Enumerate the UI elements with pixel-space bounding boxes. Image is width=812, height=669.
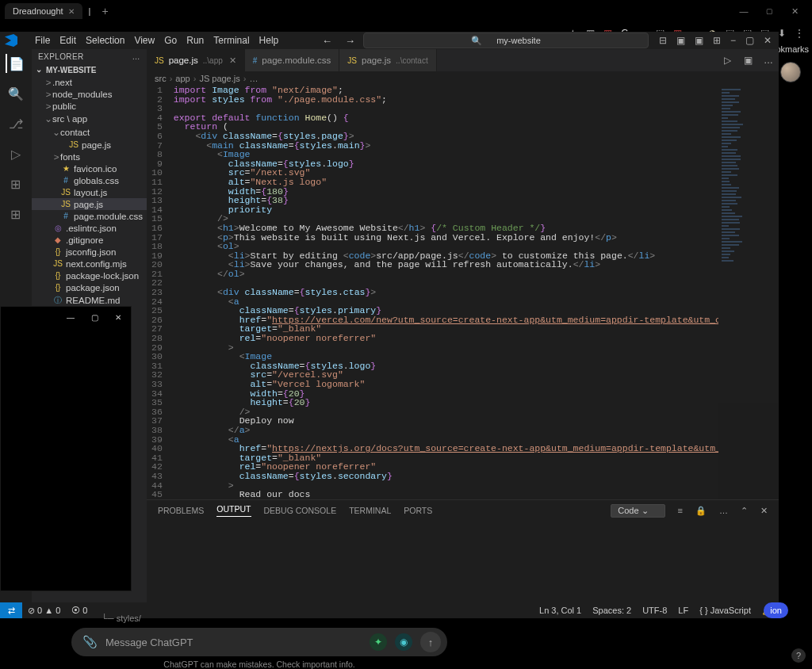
window-maximize[interactable]: ▢ <box>756 3 782 19</box>
tree-item[interactable]: {}package-lock.json <box>32 270 147 281</box>
panel-tab-problems[interactable]: PROBLEMS <box>158 506 204 515</box>
editor-action-icon[interactable]: ▷ <box>717 49 737 71</box>
explorer-header: EXPLORER … <box>32 49 147 64</box>
tree-item[interactable]: JSnext.config.mjs <box>32 258 147 270</box>
activity-icon[interactable]: ⊞ <box>6 205 25 224</box>
window-close[interactable]: ✕ <box>782 3 807 19</box>
panel-action-icon[interactable]: 🔒 <box>695 506 707 516</box>
tree-item[interactable]: ◆.gitignore <box>32 234 147 246</box>
help-button[interactable]: ? <box>791 648 806 663</box>
breadcrumb-item[interactable]: app <box>175 74 190 83</box>
tree-item[interactable]: ★favicon.ico <box>32 162 147 174</box>
profile-avatar[interactable] <box>780 62 801 82</box>
panel-tab-debug console[interactable]: DEBUG CONSOLE <box>264 506 337 515</box>
minimap[interactable] <box>718 86 779 499</box>
activity-icon[interactable]: 📄 <box>6 54 25 73</box>
status-item[interactable]: Spaces: 2 <box>587 606 637 615</box>
activity-icon[interactable]: 🔍 <box>6 84 25 103</box>
titlebar-icon[interactable]: − <box>728 35 738 46</box>
titlebar-icon[interactable]: ▣ <box>692 35 706 46</box>
extension-icon[interactable]: ⋮ <box>791 25 807 41</box>
panel-content <box>147 521 779 602</box>
chat-pill-1[interactable]: ✦ <box>370 633 387 651</box>
status-item[interactable]: LF <box>672 606 694 615</box>
remote-indicator[interactable]: ⇄ <box>0 602 22 618</box>
tree-item[interactable]: >.next <box>32 76 147 88</box>
new-tab-button[interactable]: + <box>102 5 108 17</box>
tree-item[interactable]: ⓘREADME.md <box>32 293 147 307</box>
menu-view[interactable]: View <box>129 33 159 48</box>
editor-tab[interactable]: JSpage.js..\app✕ <box>147 49 245 71</box>
breadcrumb-item[interactable]: src <box>155 74 167 83</box>
chat-pill-2[interactable]: ◉ <box>395 633 412 651</box>
panel-tab-terminal[interactable]: TERMINAL <box>349 506 391 515</box>
overlay-maximize[interactable]: ▢ <box>85 310 104 324</box>
breadcrumb-item[interactable]: JS page.js <box>199 74 239 83</box>
overlay-minimize[interactable]: — <box>61 310 80 324</box>
bottom-panel: PROBLEMSOUTPUTDEBUG CONSOLETERMINALPORTS… <box>147 499 779 602</box>
tree-item[interactable]: ◎.eslintrc.json <box>32 222 147 234</box>
menu-go[interactable]: Go <box>159 33 182 48</box>
activity-icon[interactable]: ▷ <box>6 144 25 163</box>
titlebar-icon[interactable]: ⊞ <box>710 35 723 46</box>
menu-file[interactable]: File <box>30 33 55 48</box>
tree-item[interactable]: JSlayout.js <box>32 186 147 198</box>
attach-icon[interactable]: 📎 <box>82 635 98 649</box>
nav-fwd-icon[interactable]: → <box>340 33 360 48</box>
panel-tab-output[interactable]: OUTPUT <box>216 504 251 517</box>
status-item[interactable]: Ln 3, Col 1 <box>534 606 587 615</box>
tree-item[interactable]: JSpage.js <box>32 198 147 210</box>
menu-help[interactable]: Help <box>255 33 284 48</box>
command-center[interactable]: 🔍 my-website <box>363 32 649 48</box>
status-item[interactable]: ⊘ 0 ▲ 0 <box>22 606 66 615</box>
editor-action-icon[interactable]: … <box>758 49 779 71</box>
editor-tab[interactable]: #page.module.css <box>245 49 340 71</box>
editor-tab[interactable]: JSpage.js..\contact <box>339 49 436 71</box>
code-editor[interactable]: 1import Image from "next/image";2import … <box>147 86 718 499</box>
browser-tab[interactable]: Dreadnought ✕ <box>5 3 82 19</box>
breadcrumb[interactable]: src›app›JS page.js›… <box>147 71 779 86</box>
breadcrumb-item[interactable]: … <box>249 74 258 83</box>
menu-selection[interactable]: Selection <box>81 33 129 48</box>
tab-separator: | <box>86 6 94 16</box>
nav-back-icon[interactable]: ← <box>317 33 337 48</box>
send-button[interactable]: ↑ <box>420 632 441 652</box>
titlebar-icon[interactable]: ▣ <box>674 35 688 46</box>
titlebar-icon[interactable]: ⊟ <box>657 35 669 46</box>
status-item[interactable]: { } JavaScript <box>694 606 756 615</box>
panel-action-icon[interactable]: ≡ <box>678 506 683 515</box>
tree-item[interactable]: #globals.css <box>32 174 147 186</box>
overlay-close[interactable]: ✕ <box>109 310 128 324</box>
tree-item[interactable]: >public <box>32 100 147 112</box>
panel-action-icon[interactable]: … <box>719 506 728 515</box>
close-icon[interactable]: ✕ <box>68 7 75 16</box>
ion-pill[interactable]: ion <box>764 602 788 618</box>
status-item[interactable]: UTF-8 <box>637 606 672 615</box>
window-minimize[interactable]: — <box>731 3 756 19</box>
tree-item[interactable]: #page.module.css <box>32 210 147 222</box>
tree-item[interactable]: {}package.json <box>32 281 147 293</box>
menu-run[interactable]: Run <box>182 33 209 48</box>
titlebar-icon[interactable]: ▢ <box>743 35 756 46</box>
activity-icon[interactable]: ⎇ <box>6 114 25 133</box>
chat-input[interactable]: 📎 Message ChatGPT ✦ ◉ ↑ <box>71 628 447 656</box>
explorer-title: EXPLORER <box>38 52 84 61</box>
panel-action-icon[interactable]: ⌃ <box>741 506 748 516</box>
tree-item[interactable]: ⌄src \ app <box>32 112 147 125</box>
activity-icon[interactable]: ⊞ <box>6 174 25 193</box>
explorer-actions[interactable]: … <box>132 52 140 61</box>
close-icon[interactable]: ✕ <box>229 55 236 66</box>
tree-item[interactable]: {}jsconfig.json <box>32 246 147 258</box>
tree-item[interactable]: >fonts <box>32 151 147 162</box>
editor-action-icon[interactable]: ▣ <box>737 49 758 71</box>
tree-item[interactable]: JSpage.js <box>32 139 147 151</box>
panel-action-icon[interactable]: ✕ <box>760 506 768 516</box>
tree-item[interactable]: >node_modules <box>32 88 147 100</box>
panel-selector[interactable]: Code ⌄ <box>611 504 665 518</box>
titlebar-icon[interactable]: ✕ <box>761 35 774 46</box>
panel-tab-ports[interactable]: PORTS <box>404 506 432 515</box>
menu-edit[interactable]: Edit <box>55 33 81 48</box>
tree-item[interactable]: ⌄contact <box>32 125 147 139</box>
menu-terminal[interactable]: Terminal <box>209 33 254 48</box>
project-name[interactable]: MY-WEBSITE <box>32 64 147 76</box>
